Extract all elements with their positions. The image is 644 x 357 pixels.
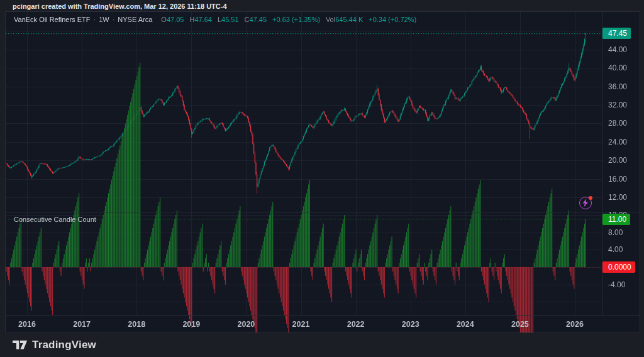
time-axis-tick: 2022 <box>342 319 370 329</box>
last-price-badge: 47.45 <box>602 28 631 39</box>
close-value: 47.45 <box>250 16 267 23</box>
attribution-text: pcingari created with TradingView.com, M… <box>13 1 227 11</box>
price-axis-tick: 20.00 <box>608 155 627 165</box>
volume-label: Vol <box>326 16 335 23</box>
indicator-axis-tick: -4.00 <box>608 280 625 290</box>
price-axis-tick: 24.00 <box>608 137 627 147</box>
indicator-axis-tick: 8.00 <box>608 228 623 238</box>
time-axis-tick: 2023 <box>397 319 425 329</box>
price-axis-tick: 12.00 <box>608 192 627 202</box>
time-axis-tick: 2026 <box>561 319 589 329</box>
high-value: 47.64 <box>194 16 212 23</box>
volume-value: 645.44 K <box>335 16 363 23</box>
time-axis[interactable]: 2016201720182019202020212022202320242025… <box>6 316 640 333</box>
page: pcingari created with TradingView.com, M… <box>0 0 644 357</box>
time-axis-tick: 2017 <box>68 319 96 329</box>
price-axis-tick: 16.00 <box>608 174 627 184</box>
low-value: 45.51 <box>221 16 239 23</box>
symbol-exchange: NYSE Arca <box>118 16 152 23</box>
tradingview-logo-link[interactable]: TradingView <box>13 339 96 351</box>
time-axis-tick: 2016 <box>13 319 41 329</box>
time-axis-tick: 2024 <box>452 319 479 329</box>
price-axis-tick: 28.00 <box>608 118 627 128</box>
price-axis-tick: 32.00 <box>608 100 627 110</box>
notification-dot <box>589 196 592 200</box>
price-axis-tick: 36.00 <box>608 82 627 92</box>
legend-separator: · <box>113 16 115 23</box>
count-up-badge: 11.00 <box>602 214 630 225</box>
price-change: +0.63 (+1.35%) <box>272 16 320 23</box>
price-axis-tick: 44.00 <box>608 45 627 55</box>
lightning-bolt-icon <box>582 199 589 207</box>
volume-change: +0.34 (+0.72%) <box>369 16 416 23</box>
legend-separator: · <box>93 16 96 23</box>
symbol-interval[interactable]: 1W <box>99 16 109 23</box>
flash-icon[interactable] <box>579 197 592 209</box>
indicator-legend[interactable]: Consecutive Candle Count <box>14 215 96 224</box>
time-axis-tick: 2025 <box>506 319 534 329</box>
price-axis-tick: 40.00 <box>608 63 627 73</box>
tradingview-brand-text: TradingView <box>32 339 96 351</box>
chart-widget: VanEck Oil Refiners ETF·1W·NYSE ArcaO47.… <box>5 11 640 333</box>
indicator-axis-tick: 4.00 <box>608 244 623 255</box>
close-label: C <box>245 16 250 23</box>
open-value: 47.05 <box>167 16 184 23</box>
symbol-legend[interactable]: VanEck Oil Refiners ETF·1W·NYSE ArcaO47.… <box>14 14 416 25</box>
tradingview-logo-icon <box>13 340 28 350</box>
footer: TradingView <box>0 333 644 357</box>
price-axis[interactable]: 48.0044.0040.0036.0032.0028.0024.0020.00… <box>602 12 640 212</box>
symbol-name[interactable]: VanEck Oil Refiners ETF <box>14 16 90 23</box>
open-label: O <box>161 16 167 23</box>
time-axis-tick: 2020 <box>232 319 260 329</box>
chart-canvas[interactable] <box>6 12 640 333</box>
count-down-badge: 0.0000 <box>602 261 635 273</box>
time-axis-tick: 2019 <box>177 319 205 329</box>
time-axis-tick: 2021 <box>287 319 315 329</box>
time-axis-tick: 2018 <box>123 319 150 329</box>
